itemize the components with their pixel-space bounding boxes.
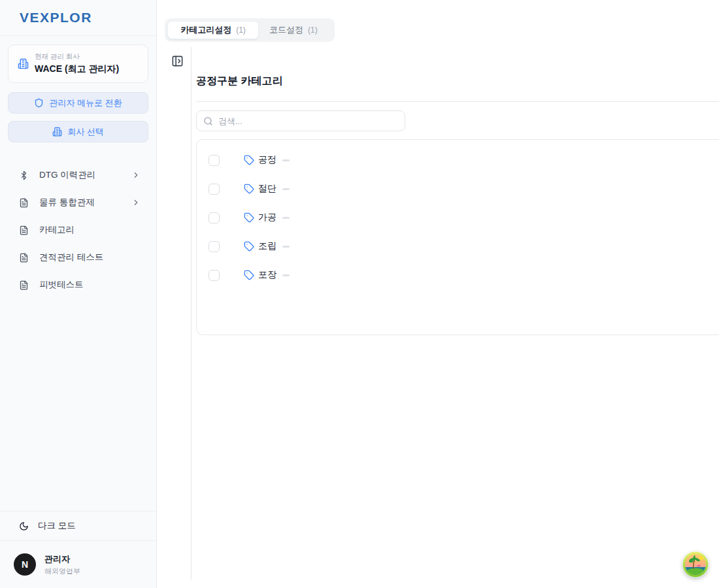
category-label: 공정 bbox=[258, 154, 276, 166]
tropical-widget-button[interactable] bbox=[682, 551, 709, 578]
tab-bar: 카테고리설정 (1) 코드설정 (1) bbox=[165, 18, 335, 42]
tab-code-settings[interactable]: 코드설정 (1) bbox=[259, 21, 328, 39]
document-icon bbox=[19, 253, 29, 263]
category-checkbox[interactable] bbox=[209, 270, 220, 281]
page-title: 공정구분 카테고리 bbox=[196, 74, 719, 88]
company-card-label: 현재 관리 회사 bbox=[35, 52, 119, 61]
category-checkbox[interactable] bbox=[209, 155, 220, 166]
vexplor-logo: VEXPLOR bbox=[20, 10, 92, 25]
panel-toggle-button[interactable] bbox=[171, 55, 184, 67]
sidebar: VEXPLOR 현재 관리 회사 WACE (최고 관리자) 관리자 메뉴로 전… bbox=[0, 0, 157, 588]
user-texts: 관리자 해외영업부 bbox=[44, 553, 80, 576]
tag-icon bbox=[244, 184, 254, 194]
sidebar-item-category[interactable]: 카테고리 bbox=[0, 216, 156, 244]
nav-item-label: 물류 통합관제 bbox=[39, 197, 95, 208]
category-row[interactable]: 가공 bbox=[197, 203, 719, 232]
category-checkbox[interactable] bbox=[209, 184, 220, 195]
avatar: N bbox=[14, 553, 36, 576]
building-icon bbox=[52, 127, 62, 137]
document-icon bbox=[19, 198, 29, 208]
tab-count: (1) bbox=[308, 25, 318, 35]
category-row[interactable]: 절단 bbox=[197, 174, 719, 203]
bluetooth-icon bbox=[19, 171, 29, 180]
drag-handle bbox=[282, 217, 290, 219]
document-icon bbox=[19, 280, 29, 290]
category-checkbox[interactable] bbox=[209, 241, 220, 252]
category-checkbox[interactable] bbox=[209, 212, 220, 223]
category-row[interactable]: 포장 bbox=[197, 261, 719, 289]
tab-label: 카테고리설정 bbox=[180, 24, 231, 36]
select-company-button[interactable]: 회사 선택 bbox=[8, 121, 148, 142]
tab-category-settings[interactable]: 카테고리설정 (1) bbox=[167, 21, 259, 39]
user-name: 관리자 bbox=[44, 553, 80, 565]
dark-mode-label: 다크 모드 bbox=[38, 520, 76, 532]
building-icon bbox=[18, 58, 29, 69]
search-box[interactable] bbox=[196, 110, 405, 131]
drag-handle bbox=[282, 246, 290, 248]
shield-icon bbox=[34, 98, 44, 108]
category-list-card: 공정 절단 가공 조립 bbox=[196, 139, 719, 335]
nav-item-label: DTG 이력관리 bbox=[39, 169, 95, 181]
tropical-island-icon bbox=[682, 551, 709, 578]
tag-icon bbox=[244, 270, 254, 280]
chevron-right-icon bbox=[131, 198, 141, 207]
switch-admin-menu-button[interactable]: 관리자 메뉴로 전환 bbox=[8, 92, 148, 114]
tag-icon bbox=[244, 155, 254, 165]
user-profile[interactable]: N 관리자 해외영업부 bbox=[0, 541, 156, 588]
sidebar-nav: DTG 이력관리 물류 통합관제 카테고리 견적관리 테스트 bbox=[0, 161, 156, 299]
button-label: 회사 선택 bbox=[67, 126, 104, 138]
drag-handle bbox=[282, 274, 290, 276]
category-row[interactable]: 조립 bbox=[197, 232, 719, 261]
sidebar-item-pivot-test[interactable]: 피벗테스트 bbox=[0, 271, 156, 299]
tag-icon bbox=[244, 212, 254, 223]
moon-icon bbox=[19, 521, 29, 531]
sidebar-item-dtg-history[interactable]: DTG 이력관리 bbox=[0, 161, 156, 189]
document-icon bbox=[19, 225, 29, 235]
tab-label: 코드설정 bbox=[269, 24, 303, 36]
category-label: 조립 bbox=[258, 240, 276, 252]
drag-handle bbox=[282, 188, 290, 190]
dark-mode-toggle[interactable]: 다크 모드 bbox=[0, 512, 156, 540]
sidebar-item-logistics-control[interactable]: 물류 통합관제 bbox=[0, 189, 156, 216]
category-label: 절단 bbox=[258, 183, 276, 195]
search-icon bbox=[203, 116, 213, 126]
nav-item-label: 카테고리 bbox=[39, 224, 75, 236]
category-label: 가공 bbox=[258, 212, 276, 223]
sidebar-item-quote-test[interactable]: 견적관리 테스트 bbox=[0, 244, 156, 271]
divider bbox=[196, 101, 719, 102]
tab-count: (1) bbox=[236, 25, 246, 35]
company-card-name: WACE (최고 관리자) bbox=[35, 63, 119, 75]
button-label: 관리자 메뉴로 전환 bbox=[49, 97, 122, 109]
current-company-card: 현재 관리 회사 WACE (최고 관리자) bbox=[8, 44, 148, 83]
panel-left-open-icon bbox=[171, 55, 184, 67]
drag-handle bbox=[282, 159, 290, 161]
content-left-divider bbox=[191, 47, 192, 580]
sidebar-footer: 다크 모드 N 관리자 해외영업부 bbox=[0, 511, 156, 588]
search-input[interactable] bbox=[218, 116, 398, 126]
main-content: 공정구분 카테고리 공정 절단 가 bbox=[196, 51, 719, 335]
category-row[interactable]: 공정 bbox=[197, 146, 719, 174]
chevron-right-icon bbox=[131, 171, 141, 180]
nav-item-label: 견적관리 테스트 bbox=[39, 252, 103, 263]
tag-icon bbox=[244, 241, 254, 252]
user-department: 해외영업부 bbox=[44, 566, 80, 576]
logo-row: VEXPLOR bbox=[0, 0, 156, 36]
company-card-texts: 현재 관리 회사 WACE (최고 관리자) bbox=[35, 52, 119, 75]
nav-item-label: 피벗테스트 bbox=[39, 279, 84, 291]
category-label: 포장 bbox=[258, 269, 276, 281]
